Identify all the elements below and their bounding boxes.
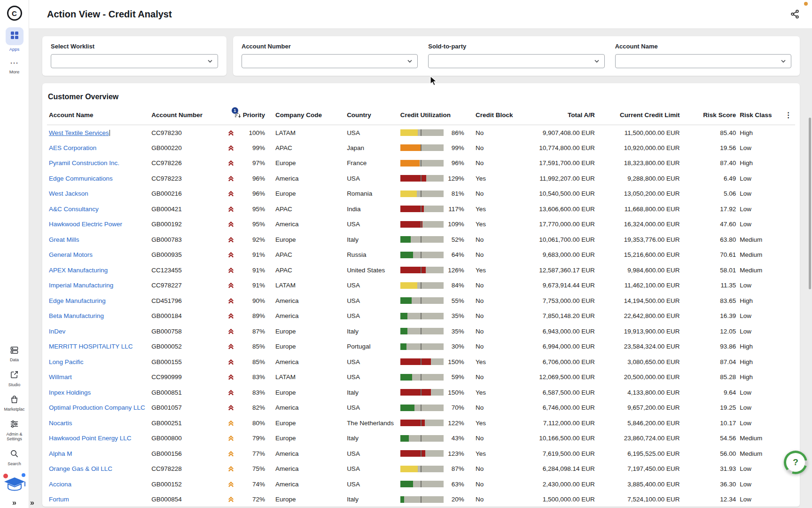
- table-row[interactable]: Long Pacific GB000155 85% America USA 15…: [47, 354, 795, 370]
- account-number-select[interactable]: [242, 54, 418, 68]
- account-name-link[interactable]: Optimal Production Company LLC: [49, 404, 145, 411]
- table-row[interactable]: General Motors GB000935 91% APAC Russia …: [47, 247, 795, 263]
- account-name-link[interactable]: Hawkwood Electric Power: [49, 221, 122, 228]
- col-header-country: Country: [345, 109, 398, 125]
- priority-chevrons-up-icon: [227, 221, 234, 228]
- account-name-link[interactable]: Willmart: [49, 373, 72, 381]
- table-row[interactable]: Acciona GB000152 74% America USA 63%: [47, 476, 795, 492]
- worklist-select[interactable]: [51, 54, 218, 68]
- table-row[interactable]: Hawkwood Electric Power GB000192 95% Ame…: [47, 217, 795, 232]
- app-logo[interactable]: C: [7, 6, 22, 21]
- table-row[interactable]: Hawkwood Point Energy LLC GB000800 79% E…: [47, 431, 795, 446]
- utilization-100pct-marker: [421, 466, 422, 472]
- table-row[interactable]: West Textile Services CC978230 100% LATA…: [47, 125, 795, 141]
- table-row[interactable]: Alpha M GB000156 77% America USA 123%: [47, 446, 795, 461]
- sidebar-item-admin-settings[interactable]: Admin & Settings: [0, 419, 29, 442]
- account-name-link[interactable]: Alpha M: [49, 450, 72, 457]
- table-options-kebab-icon[interactable]: ⋮: [785, 111, 792, 119]
- table-row[interactable]: Edge Manufacturing CD451796 90% America …: [47, 293, 795, 309]
- table-row[interactable]: Willmart CC990999 83% LATAM USA 59%: [47, 370, 795, 385]
- table-row[interactable]: Edge Communications CC978223 96% America…: [47, 171, 795, 186]
- sidebar-item-marketplace[interactable]: Marketplac: [0, 394, 29, 412]
- table-row[interactable]: Orange Gas & Oil LLC CC978228 75% Americ…: [47, 461, 795, 477]
- help-button[interactable]: ?: [784, 451, 807, 474]
- table-row[interactable]: Imperial Manufacturing CC978227 91% LATA…: [47, 278, 795, 294]
- table-row[interactable]: Optimal Production Company LLC GB001057 …: [47, 400, 795, 416]
- account-name-link[interactable]: APEX Manufacturing: [49, 267, 108, 274]
- table-row[interactable]: Inpex Holdings GB000851 83% Europe Italy…: [47, 385, 795, 400]
- account-name-link[interactable]: Beta Manufacturing: [49, 312, 104, 319]
- table-row[interactable]: AES Corporation GB000220 99% APAC Japan …: [47, 140, 795, 156]
- priority-value: 83%: [252, 389, 265, 396]
- table-row[interactable]: Great Mills GB000783 92% Europe Italy 52…: [47, 232, 795, 247]
- table-row[interactable]: APEX Manufacturing CC123455 91% APAC Uni…: [47, 262, 795, 278]
- table-row[interactable]: West Jackson GB000216 96% Europe Romania…: [47, 186, 795, 202]
- account-name-link[interactable]: AES Corporation: [49, 144, 96, 151]
- credit-block-cell: No: [474, 492, 525, 507]
- account-name-link[interactable]: Edge Communications: [49, 175, 113, 182]
- account-name-link[interactable]: InDev: [49, 328, 65, 335]
- utilization-bar: [400, 267, 444, 273]
- risk-score-cell: 87.40: [681, 156, 738, 171]
- sidebar-item-apps[interactable]: Apps: [0, 27, 29, 52]
- account-name-link[interactable]: Fortum: [49, 496, 69, 503]
- credit-limit-cell: 11,668,800.00 EUR: [597, 201, 682, 217]
- credit-limit-cell: 9,984,600.00 EUR: [597, 262, 682, 278]
- account-name-link[interactable]: West Textile Services: [49, 129, 110, 136]
- table-row[interactable]: Beta Manufacturing GB000184 89% America …: [47, 309, 795, 324]
- total-ar-cell: 10,774,800.00 EUR: [525, 140, 597, 156]
- risk-class-cell: Medium: [738, 431, 781, 446]
- sold-to-party-select[interactable]: [428, 54, 604, 68]
- account-name-link[interactable]: Edge Manufacturing: [49, 297, 106, 304]
- table-row[interactable]: A&C Consultancy GB000421 95% APAC India …: [47, 201, 795, 217]
- sidebar-item-more[interactable]: ⋯ More: [0, 58, 29, 74]
- account-name-link[interactable]: Great Mills: [49, 236, 79, 243]
- sidebar-item-studio[interactable]: Studio: [0, 370, 29, 388]
- credit-limit-cell: 5,846,200.00 EUR: [597, 415, 682, 431]
- utilization-value: 96%: [444, 159, 464, 167]
- expand-panel-icon[interactable]: »: [30, 499, 34, 507]
- company-code-cell: Europe: [273, 431, 345, 446]
- account-name-link[interactable]: General Motors: [49, 251, 93, 258]
- account-name-link[interactable]: Pyramil Construction Inc.: [49, 159, 119, 167]
- col-header-credit-utilization: Credit Utilization: [398, 109, 474, 125]
- account-filter-card: Account Number Sold-to-party: [233, 36, 800, 76]
- utilization-value: 84%: [444, 282, 464, 289]
- account-name-select[interactable]: [615, 54, 791, 68]
- priority-value: 77%: [252, 450, 265, 457]
- account-name-link[interactable]: Orange Gas & Oil LLC: [49, 465, 112, 472]
- table-row[interactable]: MERRITT HOSPITALITY LLC GB000052 85% Eur…: [47, 339, 795, 355]
- account-name-link[interactable]: MERRITT HOSPITALITY LLC: [49, 343, 133, 350]
- collapse-sidebar-icon[interactable]: »: [12, 499, 16, 507]
- table-row[interactable]: InDev GB000758 87% Europe Italy 35%: [47, 324, 795, 339]
- account-name-link[interactable]: Long Pacific: [49, 358, 84, 365]
- priority-chevrons-up-icon: [227, 343, 234, 350]
- account-name-link[interactable]: Acciona: [49, 481, 71, 488]
- database-icon: [10, 346, 19, 357]
- sidebar-item-label: Studio: [0, 382, 29, 388]
- company-code-cell: America: [273, 354, 345, 370]
- credit-limit-cell: 19,353,776.00 EUR: [597, 232, 682, 247]
- table-row[interactable]: Fortum GB000854 72% Europe Italy 20%: [47, 492, 795, 507]
- account-name-link[interactable]: A&C Consultancy: [49, 206, 99, 213]
- risk-score-cell: 19.56: [681, 140, 738, 156]
- account-name-link[interactable]: Nocartis: [49, 420, 72, 427]
- vertical-scrollbar-thumb[interactable]: [809, 118, 811, 289]
- priority-sort-icon[interactable]: 1: [234, 111, 241, 119]
- utilization-bar: [400, 328, 444, 334]
- account-name-link[interactable]: Imperial Manufacturing: [49, 282, 113, 289]
- table-row[interactable]: Nocartis GB000251 80% Europe The Netherl…: [47, 415, 795, 431]
- share-button[interactable]: [790, 9, 800, 19]
- utilization-100pct-marker: [421, 374, 422, 381]
- priority-chevrons-up-icon: [227, 251, 234, 258]
- account-name-link[interactable]: Hawkwood Point Energy LLC: [49, 435, 132, 442]
- sidebar-item-search[interactable]: Search: [0, 449, 29, 467]
- account-name-link[interactable]: Inpex Holdings: [49, 389, 91, 396]
- utilization-bar: [400, 129, 444, 136]
- utilization-bar: [400, 313, 444, 319]
- country-cell: USA: [345, 171, 398, 186]
- account-name-link[interactable]: West Jackson: [49, 190, 88, 197]
- table-row[interactable]: Pyramil Construction Inc. CC978226 97% E…: [47, 156, 795, 171]
- priority-value: 89%: [252, 312, 265, 319]
- sidebar-item-data[interactable]: Data: [0, 345, 29, 363]
